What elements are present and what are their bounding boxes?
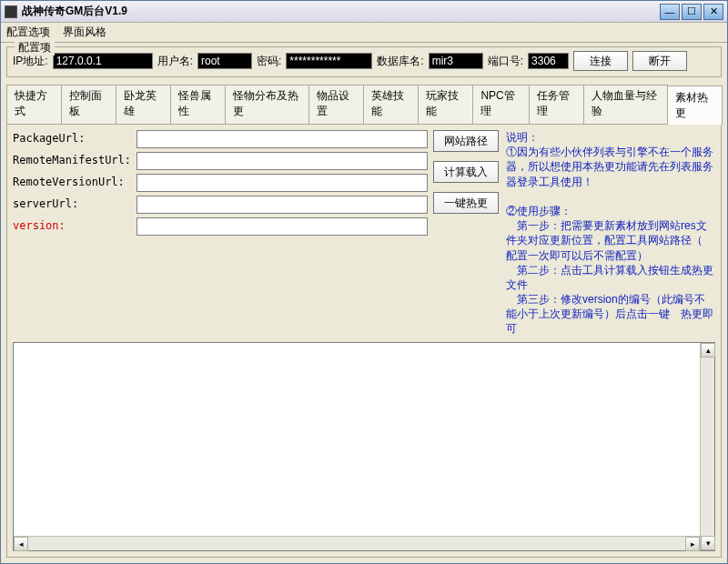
scroll-up-icon[interactable]: ▴ xyxy=(701,343,715,358)
app-icon xyxy=(5,5,17,18)
tab-9[interactable]: 任务管理 xyxy=(529,85,584,124)
remoteversion-label: RemoteVersionUrl: xyxy=(13,174,131,192)
ip-label: IP地址: xyxy=(13,54,48,69)
output-textarea[interactable]: ▴ ▾ ◂ ▸ xyxy=(13,342,715,551)
window-title: 战神传奇GM后台V1.9 xyxy=(22,4,660,19)
connection-fieldset: 配置项 IP地址: 用户名: 密码: 数据库名: 端口号: 连接 断开 xyxy=(6,46,722,77)
tab-10[interactable]: 人物血量与经验 xyxy=(583,85,668,124)
version-label: version: xyxy=(13,217,131,236)
ip-input[interactable] xyxy=(53,53,153,69)
tab-8[interactable]: NPC管理 xyxy=(472,85,529,124)
maximize-button[interactable]: ☐ xyxy=(682,4,702,20)
db-label: 数据库名: xyxy=(377,54,423,69)
help-text: 说明： ①因为有些小伙伴列表与引擎不在一个服务器，所以想使用本热更功能请先在列表… xyxy=(504,130,715,337)
port-label: 端口号: xyxy=(488,54,523,69)
pass-label: 密码: xyxy=(257,54,281,69)
scroll-right-icon[interactable]: ▸ xyxy=(685,537,700,551)
close-button[interactable]: ✕ xyxy=(703,4,723,20)
tab-11[interactable]: 素材热更 xyxy=(667,86,723,125)
packageurl-input[interactable] xyxy=(136,130,428,148)
serverurl-input[interactable] xyxy=(136,196,428,214)
tab-strip: 快捷方式控制面板卧龙英雄怪兽属性怪物分布及热更物品设置英雄技能玩家技能NPC管理… xyxy=(6,85,722,124)
pass-input[interactable] xyxy=(286,53,372,69)
form-grid: PackageUrl: RemoteManifestUrl: RemoteVer… xyxy=(13,130,428,337)
user-label: 用户名: xyxy=(157,54,193,69)
version-input[interactable] xyxy=(136,217,428,236)
horizontal-scrollbar[interactable]: ◂ ▸ xyxy=(14,536,700,550)
titlebar: 战神传奇GM后台V1.9 — ☐ ✕ xyxy=(1,1,727,23)
tab-4[interactable]: 怪物分布及热更 xyxy=(225,85,309,124)
tab-2[interactable]: 卧龙英雄 xyxy=(116,85,171,124)
vertical-scrollbar[interactable]: ▴ ▾ xyxy=(700,343,714,550)
port-input[interactable] xyxy=(528,53,569,69)
tab-6[interactable]: 英雄技能 xyxy=(363,85,419,124)
scroll-down-icon[interactable]: ▾ xyxy=(701,536,715,550)
tab-0[interactable]: 快捷方式 xyxy=(6,85,62,124)
serverurl-label: serverUrl: xyxy=(13,196,131,214)
menu-config[interactable]: 配置选项 xyxy=(6,25,50,40)
disconnect-button[interactable]: 断开 xyxy=(632,51,687,71)
menu-style[interactable]: 界面风格 xyxy=(63,25,106,40)
user-input[interactable] xyxy=(197,53,252,69)
webpath-button[interactable]: 网站路径 xyxy=(433,130,499,152)
remoteversion-input[interactable] xyxy=(136,174,428,192)
tab-panel-hotupdate: PackageUrl: RemoteManifestUrl: RemoteVer… xyxy=(6,124,722,558)
menubar: 配置选项 界面风格 xyxy=(1,23,727,43)
scroll-left-icon[interactable]: ◂ xyxy=(14,537,28,551)
remotemanifest-label: RemoteManifestUrl: xyxy=(13,152,131,170)
db-input[interactable] xyxy=(429,53,483,69)
tab-7[interactable]: 玩家技能 xyxy=(418,85,473,124)
app-window: 战神传奇GM后台V1.9 — ☐ ✕ 配置选项 界面风格 配置项 IP地址: 用… xyxy=(0,0,728,564)
hotupdate-button[interactable]: 一键热更 xyxy=(433,192,499,214)
connect-button[interactable]: 连接 xyxy=(573,51,628,71)
tab-3[interactable]: 怪兽属性 xyxy=(170,85,226,124)
remotemanifest-input[interactable] xyxy=(136,152,428,170)
tab-5[interactable]: 物品设置 xyxy=(308,85,364,124)
fieldset-legend: 配置项 xyxy=(15,40,55,55)
packageurl-label: PackageUrl: xyxy=(13,130,131,148)
minimize-button[interactable]: — xyxy=(660,4,680,20)
tab-1[interactable]: 控制面板 xyxy=(61,85,116,124)
calcload-button[interactable]: 计算载入 xyxy=(433,161,499,183)
